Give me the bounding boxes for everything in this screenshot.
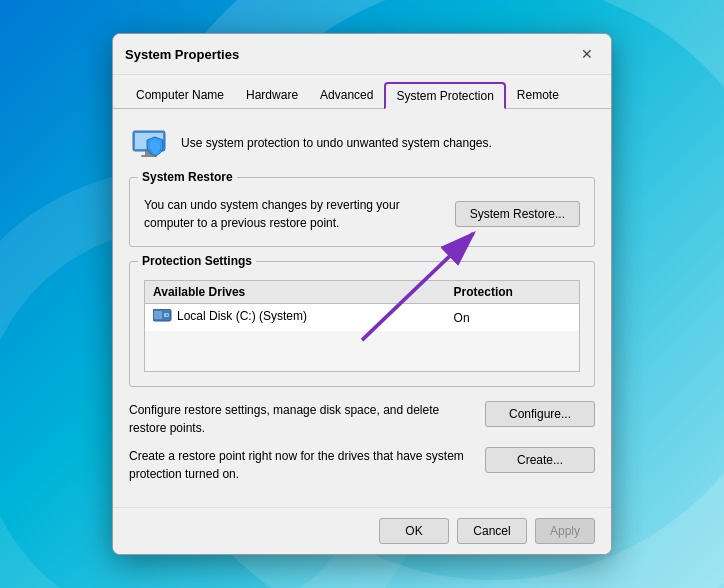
header-section: Use system protection to undo unwanted s… [129,123,595,163]
system-restore-button[interactable]: System Restore... [455,201,580,227]
tab-computer-name[interactable]: Computer Name [125,82,235,109]
create-description: Create a restore point right now for the… [129,447,475,483]
create-button[interactable]: Create... [485,447,595,473]
restore-description: You can undo system changes by reverting… [144,196,445,232]
col-available-drives: Available Drives [145,281,446,304]
svg-rect-5 [154,311,162,319]
header-description: Use system protection to undo unwanted s… [181,136,492,150]
restore-section: You can undo system changes by reverting… [144,196,580,232]
close-button[interactable]: ✕ [575,42,599,66]
configure-description: Configure restore settings, manage disk … [129,401,475,437]
drives-table: Available Drives Protection [144,280,580,372]
empty-row [145,331,580,371]
table-row[interactable]: Local Disk (C:) (System) On [145,304,580,332]
footer-buttons: OK Cancel Apply [113,507,611,554]
tab-system-protection[interactable]: System Protection [384,82,505,109]
tab-advanced[interactable]: Advanced [309,82,384,109]
dialog-title: System Properties [125,47,239,62]
create-section: Create a restore point right now for the… [129,447,595,483]
tab-hardware[interactable]: Hardware [235,82,309,109]
tab-bar: Computer Name Hardware Advanced System P… [113,75,611,109]
drive-icon: Local Disk (C:) (System) [153,309,307,323]
protection-settings-title: Protection Settings [138,254,256,268]
title-bar: System Properties ✕ [113,34,611,75]
hdd-icon [153,309,173,323]
ok-button[interactable]: OK [379,518,449,544]
protection-settings-group: Protection Settings Available Drives Pro… [129,261,595,387]
tab-remote[interactable]: Remote [506,82,570,109]
drive-protection: On [446,304,580,332]
tab-content: Use system protection to undo unwanted s… [113,109,611,507]
system-restore-title: System Restore [138,170,237,184]
cancel-button[interactable]: Cancel [457,518,527,544]
system-restore-group: System Restore You can undo system chang… [129,177,595,247]
configure-button[interactable]: Configure... [485,401,595,427]
shield-computer-icon [129,123,169,163]
system-properties-dialog: System Properties ✕ Computer Name Hardwa… [112,33,612,555]
apply-button[interactable]: Apply [535,518,595,544]
drive-name: Local Disk (C:) (System) [145,304,446,332]
col-protection: Protection [446,281,580,304]
svg-point-7 [166,314,168,316]
configure-section: Configure restore settings, manage disk … [129,401,595,437]
